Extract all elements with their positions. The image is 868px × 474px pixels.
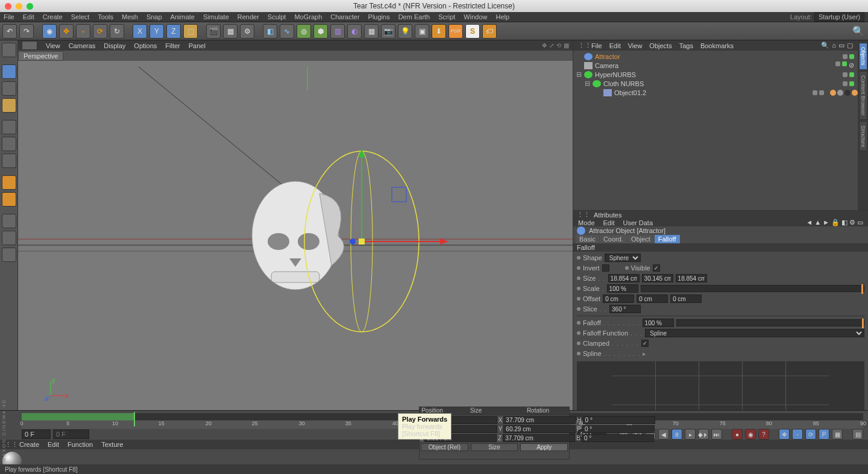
func-select[interactable]: Spline xyxy=(645,329,864,337)
select-tool[interactable]: ◉ xyxy=(42,24,57,39)
expand-icon[interactable]: ⊟ xyxy=(584,80,590,87)
render-region[interactable]: ▦ xyxy=(223,24,237,39)
key-pos-button[interactable]: ✥ xyxy=(779,429,790,440)
search-small-icon[interactable]: 🔍 xyxy=(821,42,829,49)
obj-menu-objects[interactable]: Objects xyxy=(649,42,671,49)
menu-snap[interactable]: Snap xyxy=(146,13,162,20)
close-panel-icon[interactable]: ▢ xyxy=(847,42,853,49)
axis-y-lock[interactable]: Y xyxy=(149,24,164,39)
recent-tool[interactable]: ↻ xyxy=(110,24,124,39)
scale-tool[interactable]: ▫ xyxy=(76,24,90,39)
zoom-icon[interactable]: ⤢ xyxy=(549,42,554,49)
size-y-input2[interactable] xyxy=(503,425,576,433)
rot-p-input[interactable] xyxy=(582,425,655,433)
offset-x-input[interactable] xyxy=(603,295,634,303)
snap-toggle[interactable] xyxy=(2,231,16,245)
rot-b-input[interactable] xyxy=(582,434,654,442)
tag-icon[interactable]: 🏷 xyxy=(482,24,497,39)
menu-plugins[interactable]: Plugins xyxy=(368,13,390,20)
size-z-input2[interactable] xyxy=(503,434,575,442)
array[interactable]: ▥ xyxy=(330,24,345,39)
scale-slider[interactable] xyxy=(641,285,864,292)
tree-row[interactable]: Attractor xyxy=(573,52,858,61)
deformer[interactable]: ◐ xyxy=(347,24,362,39)
nav-back-icon[interactable]: ◄ xyxy=(806,219,813,226)
spline-primitive[interactable]: ∿ xyxy=(280,24,294,39)
expand-icon[interactable]: ⊟ xyxy=(576,70,582,78)
panel-grip-icon[interactable]: ⋮⋮ xyxy=(577,211,590,219)
model-mode[interactable] xyxy=(2,64,16,79)
coord-mode-select[interactable]: Object (Rel) xyxy=(421,443,468,451)
viewport-tab-perspective[interactable]: Perspective xyxy=(18,51,63,61)
environment[interactable]: ▦ xyxy=(364,24,379,39)
key-param-button[interactable]: P xyxy=(819,429,829,440)
close-icon[interactable] xyxy=(5,3,11,10)
pan-icon[interactable]: ✥ xyxy=(542,42,547,49)
object-tree[interactable]: Attractor Camera ⊘ ⊟ HyperNURBS ⊟ xyxy=(573,51,858,210)
tree-row[interactable]: ⊟ HyperNURBS xyxy=(573,70,858,79)
size-y-input[interactable] xyxy=(642,274,673,282)
obj-menu-view[interactable]: View xyxy=(628,42,643,49)
obj-menu-tags[interactable]: Tags xyxy=(679,42,693,49)
quantize[interactable] xyxy=(2,248,16,262)
side-tab-structure[interactable]: Structure xyxy=(859,121,867,152)
view-menu-view[interactable]: View xyxy=(46,42,60,49)
menu-mograph[interactable]: MoGraph xyxy=(294,13,322,20)
generator[interactable]: ◍ xyxy=(297,24,311,39)
attr-tab-coord[interactable]: Coord. xyxy=(600,235,627,243)
axis-z-lock[interactable]: Z xyxy=(166,24,181,39)
tag-icons[interactable] xyxy=(830,90,858,96)
autokey-button[interactable]: ◉ xyxy=(745,429,756,440)
menu-demearth[interactable]: Dem Earth xyxy=(398,13,430,20)
attr-tab-falloff[interactable]: Falloff xyxy=(655,235,680,243)
psr-label[interactable]: PSR xyxy=(448,24,463,39)
attr-menu-mode[interactable]: Mode xyxy=(578,219,595,226)
view-menu-cameras[interactable]: Cameras xyxy=(69,42,96,49)
tree-label[interactable]: Object01.2 xyxy=(614,89,810,96)
viewport-3d[interactable]: y x z xyxy=(18,61,573,410)
apply-button[interactable]: Apply xyxy=(520,443,568,451)
menu-animate[interactable]: Animate xyxy=(171,13,195,20)
obj-menu-edit[interactable]: Edit xyxy=(609,42,621,49)
layout-selector[interactable]: Startup (User) xyxy=(814,12,864,22)
menu-edit[interactable]: Edit xyxy=(23,13,34,20)
keyframe-sel-button[interactable]: ? xyxy=(758,429,769,440)
view-menu-display[interactable]: Display xyxy=(104,42,125,49)
search-icon[interactable]: 🔍 xyxy=(851,24,866,39)
goto-next-key-button[interactable]: ◆⏵ xyxy=(698,429,709,440)
tweak-mode[interactable] xyxy=(2,192,16,207)
obj-menu-file[interactable]: File xyxy=(591,42,602,49)
key-pla-button[interactable]: ▦ xyxy=(832,429,843,440)
viewport-menu-icon[interactable] xyxy=(22,41,37,50)
attr-tab-basic[interactable]: Basic xyxy=(576,235,599,243)
key-scale-button[interactable]: ▫ xyxy=(792,429,803,440)
menu-mesh[interactable]: Mesh xyxy=(122,13,138,20)
menu-help[interactable]: Help xyxy=(495,13,509,20)
invert-checkbox[interactable] xyxy=(602,264,609,272)
size-mode-select[interactable]: Size xyxy=(471,443,518,451)
texture-mode[interactable] xyxy=(2,81,16,96)
clamped-checkbox[interactable]: ✓ xyxy=(641,340,649,347)
scene-icon[interactable]: ▣ xyxy=(415,24,429,39)
offset-z-input[interactable] xyxy=(670,295,702,303)
move-tool[interactable]: ✥ xyxy=(59,24,74,39)
side-tab-objects[interactable]: Objects xyxy=(859,43,867,70)
falloff-slider[interactable] xyxy=(676,319,864,326)
new-icon[interactable]: ◧ xyxy=(841,219,848,226)
camera-add[interactable]: 📷 xyxy=(381,24,395,39)
menu-sculpt[interactable]: Sculpt xyxy=(268,13,286,20)
minimize-panel-icon[interactable]: ▭ xyxy=(857,219,863,226)
rotate-tool[interactable]: ⟳ xyxy=(93,24,107,39)
snapshot-icon[interactable]: S xyxy=(465,24,480,39)
gear-icon[interactable]: ⚙ xyxy=(849,219,855,226)
menu-simulate[interactable]: Simulate xyxy=(203,13,229,20)
mat-menu-function[interactable]: Function xyxy=(68,441,93,448)
panel-grip-icon[interactable]: ⋮⋮ xyxy=(578,42,584,49)
obj-menu-bookmarks[interactable]: Bookmarks xyxy=(700,42,734,49)
menu-window[interactable]: Window xyxy=(464,13,487,20)
slice-input[interactable] xyxy=(609,305,641,313)
make-editable[interactable] xyxy=(2,43,16,57)
mat-menu-edit[interactable]: Edit xyxy=(48,441,59,448)
view-menu-filter[interactable]: Filter xyxy=(165,42,180,49)
cube-primitive[interactable]: ◧ xyxy=(263,24,277,39)
